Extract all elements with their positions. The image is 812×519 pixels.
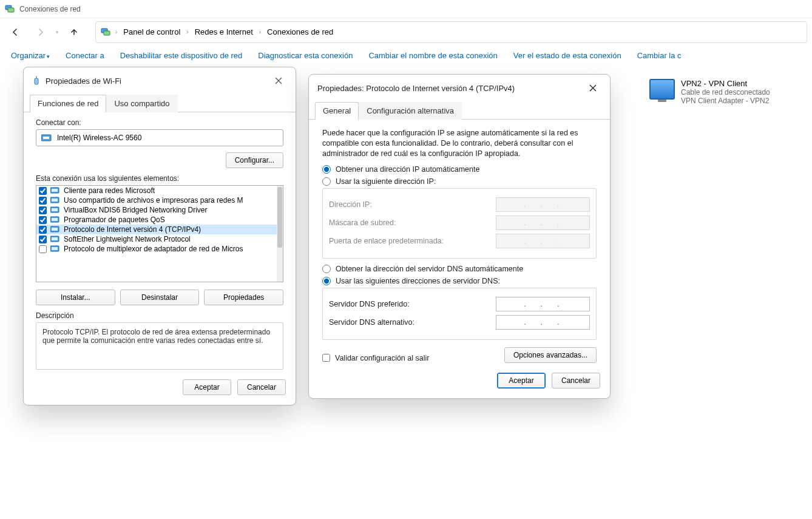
wifi-tabs: Funciones de red Uso compartido: [24, 94, 296, 112]
breadcrumb-network-internet[interactable]: Redes e Internet: [191, 26, 257, 38]
dns-preferred-input[interactable]: [496, 297, 590, 311]
connection-name: VPN2 - VPN Client: [681, 79, 770, 88]
subnet-mask-input: [496, 215, 590, 230]
forward-button[interactable]: [30, 22, 51, 42]
breadcrumb-control-panel[interactable]: Panel de control: [120, 26, 184, 38]
protocol-checkbox[interactable]: [39, 226, 47, 234]
breadcrumb-chevron-icon: ›: [115, 29, 117, 35]
protocol-list[interactable]: Cliente para redes MicrosoftUso comparti…: [36, 185, 283, 282]
advanced-button[interactable]: Opciones avanzadas...: [504, 347, 597, 363]
dns-alternate-label: Servidor DNS alternativo:: [329, 318, 414, 327]
elements-label: Esta conexión usa los siguientes element…: [36, 174, 283, 183]
accept-button[interactable]: Aceptar: [497, 373, 546, 388]
svg-rect-11: [52, 198, 58, 202]
dialog-title: Propiedades de Wi-Fi: [46, 76, 121, 86]
svg-rect-4: [35, 78, 38, 84]
back-button[interactable]: [5, 22, 25, 42]
description-label: Descripción: [36, 311, 283, 320]
cancel-button[interactable]: Cancelar: [237, 379, 286, 395]
protocol-label: VirtualBox NDIS6 Bridged Networking Driv…: [64, 206, 208, 214]
view-status-button[interactable]: Ver el estado de esta conexión: [513, 51, 621, 60]
radio-dns-manual[interactable]: [322, 277, 331, 285]
protocol-label: Uso compartido de archivos e impresoras …: [64, 196, 243, 205]
protocol-checkbox[interactable]: [39, 245, 47, 253]
uninstall-button[interactable]: Desinstalar: [120, 290, 200, 305]
organize-menu[interactable]: Organizar▾: [11, 51, 50, 60]
svg-rect-17: [52, 228, 58, 231]
protocol-checkbox[interactable]: [39, 197, 47, 205]
breadcrumb-connections[interactable]: Conexiones de red: [263, 26, 337, 38]
ip-address-input: [496, 197, 590, 212]
rename-connection-button[interactable]: Cambiar el nombre de esta conexión: [368, 51, 497, 60]
tab-network-functions[interactable]: Funciones de red: [30, 95, 106, 112]
svg-rect-13: [52, 208, 58, 211]
close-button[interactable]: [581, 80, 605, 97]
protocol-icon: [50, 186, 60, 195]
protocol-checkbox[interactable]: [39, 187, 47, 195]
up-button[interactable]: [64, 22, 84, 42]
configure-button[interactable]: Configurar...: [226, 152, 283, 168]
diagnose-connection-button[interactable]: Diagnosticar esta conexión: [258, 51, 353, 60]
window-titlebar: Conexiones de red: [0, 0, 812, 18]
protocol-label: SoftEther Lightweight Network Protocol: [64, 235, 191, 243]
install-button[interactable]: Instalar...: [36, 290, 115, 305]
dns-preferred-label: Servidor DNS preferido:: [329, 300, 410, 308]
history-dropdown[interactable]: ▾: [56, 29, 59, 35]
cancel-button[interactable]: Cancelar: [552, 373, 600, 388]
protocol-item[interactable]: Protocolo de multiplexor de adaptador de…: [36, 244, 277, 254]
protocol-label: Cliente para redes Microsoft: [64, 186, 155, 195]
radio-dns-auto-label: Obtener la dirección del servidor DNS au…: [336, 265, 523, 273]
close-button[interactable]: [266, 72, 291, 89]
accept-button[interactable]: Aceptar: [183, 379, 231, 395]
address-bar[interactable]: › Panel de control › Redes e Internet › …: [95, 21, 807, 43]
protocol-item[interactable]: Uso compartido de archivos e impresoras …: [36, 195, 277, 205]
control-panel-icon: [101, 27, 110, 37]
radio-ip-manual[interactable]: [322, 177, 331, 186]
radio-ip-auto[interactable]: [322, 165, 331, 174]
protocol-label: Programador de paquetes QoS: [64, 215, 165, 224]
command-bar: Organizar▾ Conectar a Deshabilitar este …: [0, 46, 812, 65]
protocol-item[interactable]: Programador de paquetes QoS: [36, 215, 277, 225]
svg-rect-1: [8, 8, 14, 12]
radio-ip-manual-label: Usar la siguiente dirección IP:: [336, 177, 436, 186]
protocol-icon: [50, 225, 60, 234]
intro-text: Puede hacer que la configuración IP se a…: [322, 128, 597, 159]
connect-to-button[interactable]: Conectar a: [66, 51, 104, 60]
adapter-field: Intel(R) Wireless-AC 9560: [36, 129, 283, 146]
wifi-adapter-icon: [32, 76, 41, 86]
scrollbar[interactable]: [277, 186, 283, 282]
radio-dns-auto[interactable]: [322, 265, 331, 273]
dns-alternate-input[interactable]: [496, 315, 590, 330]
protocol-item[interactable]: Protocolo de Internet versión 4 (TCP/IPv…: [36, 225, 277, 234]
disable-device-button[interactable]: Deshabilitar este dispositivo de red: [120, 51, 243, 60]
tab-general[interactable]: General: [315, 102, 359, 120]
wifi-properties-dialog: Propiedades de Wi-Fi Funciones de red Us…: [23, 67, 296, 405]
adapter-icon: [649, 79, 675, 100]
ipv4-properties-dialog: Propiedades: Protocolo de Internet versi…: [308, 74, 611, 399]
dialog-title: Propiedades: Protocolo de Internet versi…: [317, 84, 515, 93]
tab-sharing[interactable]: Uso compartido: [106, 95, 177, 112]
protocol-item[interactable]: VirtualBox NDIS6 Bridged Networking Driv…: [36, 205, 277, 215]
window-title: Conexiones de red: [19, 5, 81, 13]
connection-tile-vpn2[interactable]: VPN2 - VPN Client Cable de red desconect…: [649, 79, 812, 105]
nic-icon: [41, 134, 52, 142]
protocol-item[interactable]: SoftEther Lightweight Network Protocol: [36, 234, 277, 244]
protocol-icon: [50, 215, 60, 224]
protocol-icon: [50, 235, 60, 243]
protocol-icon: [50, 245, 60, 253]
properties-button[interactable]: Propiedades: [204, 290, 283, 305]
protocol-checkbox[interactable]: [39, 236, 47, 243]
svg-rect-7: [43, 137, 49, 139]
change-settings-button[interactable]: Cambiar la c: [637, 51, 682, 60]
svg-rect-9: [52, 189, 58, 192]
svg-rect-15: [52, 218, 58, 221]
protocol-checkbox[interactable]: [39, 206, 47, 214]
gateway-label: Puerta de enlace predeterminada:: [329, 237, 444, 245]
protocol-item[interactable]: Cliente para redes Microsoft: [36, 186, 277, 195]
protocol-checkbox[interactable]: [39, 216, 47, 224]
tab-alt-config[interactable]: Configuración alternativa: [359, 102, 462, 120]
ipv4-tabs: General Configuración alternativa: [309, 101, 610, 120]
protocol-icon: [50, 196, 60, 205]
scrollbar-thumb[interactable]: [277, 187, 282, 248]
validate-checkbox[interactable]: [322, 354, 330, 362]
